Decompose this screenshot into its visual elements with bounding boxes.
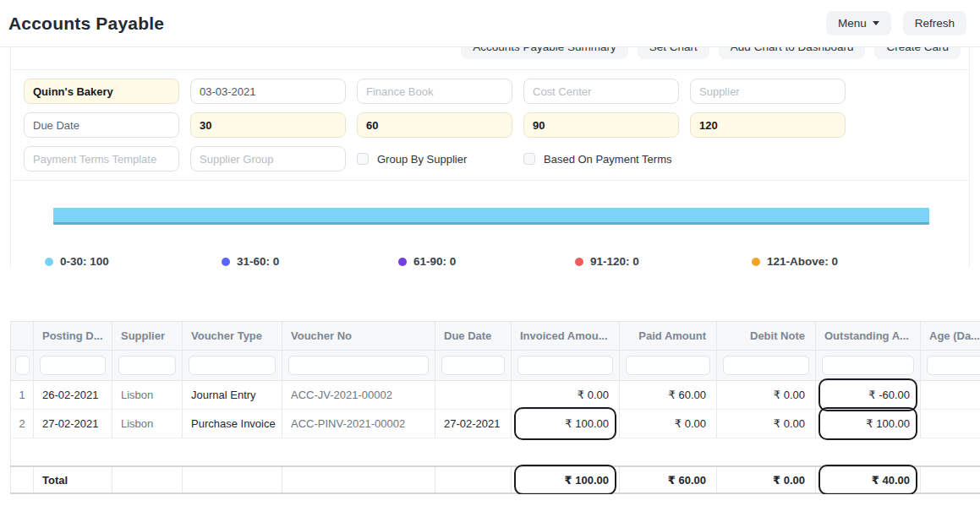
finance-book-field[interactable]	[357, 79, 512, 104]
total-label: Total	[34, 467, 112, 492]
filter-supplier-input[interactable]	[118, 356, 176, 375]
table-filter-row	[10, 351, 980, 381]
add-chart-to-dashboard-button[interactable]: Add Chart to Dashboard	[719, 47, 866, 59]
cell-posting-date[interactable]: 26-02-2021	[34, 381, 112, 409]
cell-posting-date[interactable]: 27-02-2021	[34, 410, 112, 438]
filter-posting-date-input[interactable]	[40, 356, 106, 375]
based-on-payment-terms-option: Based On Payment Terms	[523, 146, 679, 171]
menu-button[interactable]: Menu	[826, 11, 891, 35]
accounts-payable-summary-button[interactable]: Accounts Payable Summary	[461, 47, 628, 59]
table-gap	[10, 438, 980, 465]
based-on-payment-terms-checkbox[interactable]	[523, 153, 535, 165]
header-debit-note[interactable]: Debit Note	[717, 322, 816, 350]
filter-debit-note-input[interactable]	[723, 356, 809, 375]
set-chart-button[interactable]: Set Chart	[638, 47, 709, 59]
cell-row-index: 2	[10, 410, 34, 438]
company-field[interactable]	[24, 79, 179, 104]
legend-dot-icon	[45, 258, 53, 266]
legend-label: 0-30: 100	[60, 255, 109, 268]
table-header-row: Posting D... Supplier Voucher Type Vouch…	[10, 321, 980, 351]
supplier-group-field[interactable]	[190, 146, 346, 171]
report-date-field[interactable]	[190, 79, 346, 104]
chart-legend: 0-30: 100 31-60: 0 61-90: 0 91-120: 0 12…	[45, 255, 969, 268]
filter-age-input[interactable]	[927, 356, 980, 375]
supplier-field[interactable]	[690, 79, 846, 104]
total-debit-note[interactable]: ₹ 0.00	[717, 467, 816, 492]
cell-outstanding-amount-highlighted[interactable]: ₹ -60.00	[816, 381, 921, 409]
filter-section: Due Date Group By Supplier Based On Paym…	[11, 69, 969, 181]
filter-due-date-input[interactable]	[441, 356, 505, 375]
total-outstanding-amount-highlighted[interactable]: ₹ 40.00	[816, 467, 921, 492]
ageing-chart: 0-30: 100 31-60: 0 61-90: 0 91-120: 0 12…	[11, 181, 969, 268]
cell-due-date[interactable]	[435, 381, 512, 409]
header-invoiced-amount[interactable]: Invoiced Amou...	[512, 322, 620, 350]
cell-debit-note[interactable]: ₹ 0.00	[717, 410, 816, 438]
total-age	[921, 467, 980, 492]
header-index	[10, 322, 34, 350]
legend-label: 91-120: 0	[590, 255, 639, 268]
cell-supplier[interactable]: Lisbon	[112, 381, 183, 409]
cell-debit-note[interactable]: ₹ 0.00	[717, 381, 816, 409]
header-due-date[interactable]: Due Date	[435, 322, 512, 350]
legend-label: 121-Above: 0	[767, 255, 838, 268]
cost-center-field[interactable]	[523, 79, 679, 104]
cell-due-date[interactable]: 27-02-2021	[435, 410, 512, 438]
cell-supplier[interactable]: Lisbon	[112, 410, 183, 438]
payment-terms-template-field[interactable]	[24, 146, 179, 171]
total-paid-amount[interactable]: ₹ 60.00	[620, 467, 717, 492]
cell-age[interactable]	[921, 381, 980, 409]
cell-voucher-type[interactable]: Journal Entry	[183, 381, 282, 409]
legend-dot-icon	[222, 258, 230, 266]
group-by-supplier-label: Group By Supplier	[377, 153, 467, 166]
legend-item: 91-120: 0	[575, 255, 752, 268]
total-voucher-type	[183, 467, 282, 492]
total-supplier	[112, 467, 183, 492]
cell-voucher-type[interactable]: Purchase Invoice	[183, 410, 282, 438]
refresh-button[interactable]: Refresh	[903, 11, 966, 35]
filter-outstanding-amount-input[interactable]	[822, 356, 914, 375]
ageing-based-on-select[interactable]: Due Date	[24, 112, 179, 138]
page-container: Accounts Payable Summary Set Chart Add C…	[10, 47, 970, 268]
group-by-supplier-checkbox[interactable]	[357, 153, 369, 165]
total-index	[10, 467, 34, 492]
cell-paid-amount[interactable]: ₹ 0.00	[620, 410, 717, 438]
table-total-row: Total ₹ 100.00 ₹ 60.00 ₹ 0.00 ₹ 40.00	[10, 465, 980, 494]
legend-dot-icon	[752, 258, 760, 266]
page-title: Accounts Payable	[8, 14, 164, 34]
cell-voucher-no-link[interactable]: ACC-JV-2021-00002	[282, 381, 435, 409]
header-voucher-no[interactable]: Voucher No	[282, 322, 435, 350]
header-voucher-type[interactable]: Voucher Type	[183, 322, 282, 350]
cell-paid-amount[interactable]: ₹ 60.00	[620, 381, 717, 409]
ageing-range1-field[interactable]	[190, 112, 346, 138]
cell-invoiced-amount[interactable]: ₹ 0.00	[512, 381, 620, 409]
header-supplier[interactable]: Supplier	[112, 322, 183, 350]
cell-outstanding-amount-highlighted[interactable]: ₹ 100.00	[816, 410, 921, 438]
cell-voucher-no-link[interactable]: ACC-PINV-2021-00002	[282, 410, 435, 438]
chevron-down-icon	[873, 21, 879, 25]
total-invoiced-amount-highlighted[interactable]: ₹ 100.00	[512, 467, 620, 492]
percentage-bar-segment-0-30[interactable]	[53, 208, 929, 225]
filter-voucher-type-input[interactable]	[189, 356, 276, 375]
cell-age[interactable]	[921, 410, 980, 438]
menu-button-label: Menu	[838, 17, 867, 30]
header-paid-amount[interactable]: Paid Amount	[620, 322, 717, 350]
top-header: Accounts Payable Menu Refresh	[0, 0, 980, 47]
cell-invoiced-amount-highlighted[interactable]: ₹ 100.00	[512, 410, 620, 438]
filter-invoiced-amount-input[interactable]	[517, 356, 613, 375]
ageing-range2-field[interactable]	[357, 112, 512, 138]
filter-paid-amount-input[interactable]	[626, 356, 710, 375]
header-age-days[interactable]: Age (Da...	[921, 322, 980, 350]
legend-item: 0-30: 100	[45, 255, 222, 268]
table-row: 2 27-02-2021 Lisbon Purchase Invoice ACC…	[10, 410, 980, 438]
header-posting-date[interactable]: Posting D...	[34, 322, 112, 350]
report-datatable: Posting D... Supplier Voucher Type Vouch…	[10, 321, 980, 494]
filter-index-input[interactable]	[15, 356, 30, 375]
filter-voucher-no-input[interactable]	[288, 356, 429, 375]
legend-item: 61-90: 0	[398, 255, 575, 268]
legend-item: 31-60: 0	[222, 255, 398, 268]
legend-dot-icon	[575, 258, 583, 266]
ageing-range3-field[interactable]	[523, 112, 679, 138]
header-outstanding-amount[interactable]: Outstanding A...	[816, 322, 921, 350]
create-card-button[interactable]: Create Card	[874, 47, 961, 59]
ageing-range4-field[interactable]	[690, 112, 846, 138]
